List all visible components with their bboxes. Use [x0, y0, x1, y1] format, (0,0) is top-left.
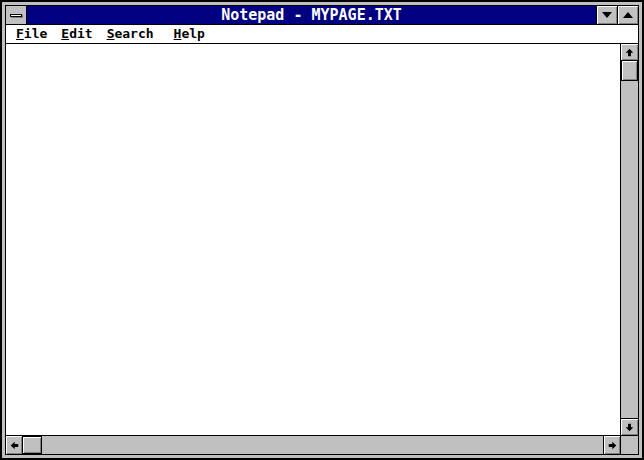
- scroll-left-icon: [10, 441, 19, 450]
- vertical-scrollbar-thumb[interactable]: [621, 61, 638, 81]
- scroll-down-button[interactable]: [621, 418, 638, 435]
- system-menu-icon: [10, 14, 22, 17]
- maximize-button[interactable]: [617, 6, 638, 24]
- client-area: [6, 44, 638, 435]
- notepad-window: Notepad - MYPAGE.TXT File Edit Search He…: [0, 0, 644, 460]
- menu-item-edit-hotkey: E: [61, 26, 69, 41]
- menu-item-file-hotkey: F: [16, 26, 24, 41]
- menu-item-search[interactable]: Search: [100, 25, 161, 43]
- maximize-icon: [623, 12, 633, 18]
- window-title: Notepad - MYPAGE.TXT: [221, 6, 402, 24]
- scroll-down-icon: [625, 423, 634, 432]
- bottom-row: [6, 435, 638, 454]
- vertical-scrollbar-track[interactable]: [621, 81, 638, 418]
- menu-item-search-label: earch: [114, 26, 153, 41]
- vertical-scrollbar: [620, 44, 638, 435]
- scroll-left-button[interactable]: [6, 436, 23, 454]
- scroll-right-button[interactable]: [603, 436, 620, 454]
- menu-item-file[interactable]: File: [9, 25, 54, 43]
- horizontal-scrollbar-thumb[interactable]: [23, 436, 42, 454]
- title-area: Notepad - MYPAGE.TXT: [27, 6, 596, 24]
- menu-item-file-label: ile: [24, 26, 47, 41]
- scroll-up-button[interactable]: [621, 44, 638, 61]
- menu-item-help[interactable]: Help: [167, 25, 212, 43]
- window-inner-frame: Notepad - MYPAGE.TXT File Edit Search He…: [5, 5, 639, 455]
- minimize-icon: [602, 12, 612, 18]
- menu-bar: File Edit Search Help: [6, 25, 638, 44]
- text-editor[interactable]: [6, 44, 620, 435]
- system-menu-button[interactable]: [6, 6, 27, 24]
- minimize-button[interactable]: [596, 6, 617, 24]
- title-bar: Notepad - MYPAGE.TXT: [6, 6, 638, 25]
- horizontal-scrollbar: [6, 436, 620, 454]
- scroll-right-icon: [608, 441, 617, 450]
- scrollbar-corner: [620, 436, 638, 454]
- horizontal-scrollbar-track[interactable]: [42, 436, 603, 454]
- menu-item-help-label: elp: [181, 26, 204, 41]
- scroll-up-icon: [625, 48, 634, 57]
- menu-item-edit[interactable]: Edit: [54, 25, 99, 43]
- menu-item-edit-label: dit: [69, 26, 92, 41]
